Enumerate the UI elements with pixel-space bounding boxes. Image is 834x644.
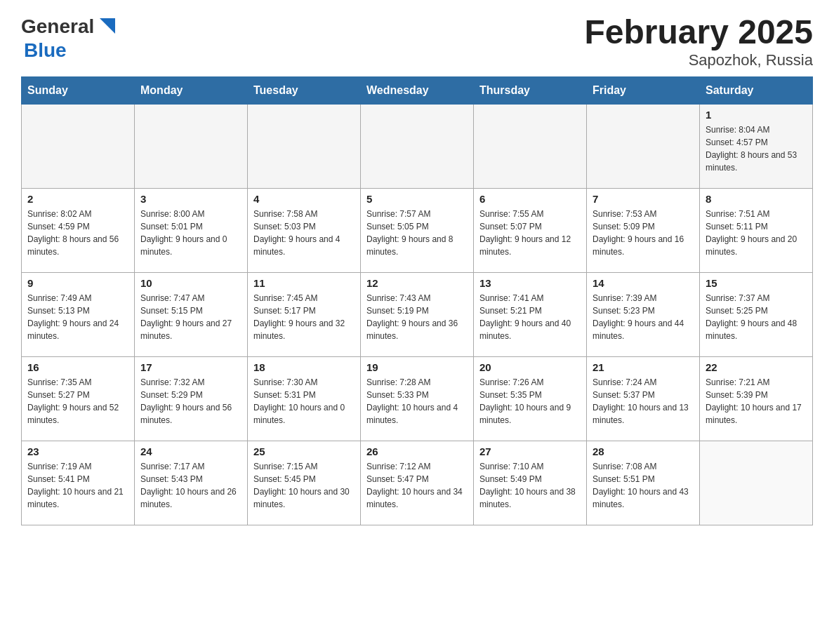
day-number: 14 — [593, 277, 694, 289]
day-number: 20 — [479, 361, 581, 373]
calendar-cell: 19Sunrise: 7:28 AMSunset: 5:33 PMDayligh… — [361, 356, 474, 441]
calendar-cell: 11Sunrise: 7:45 AMSunset: 5:17 PMDayligh… — [248, 272, 361, 356]
svg-marker-0 — [100, 18, 115, 34]
day-number: 10 — [140, 277, 241, 289]
calendar-cell: 16Sunrise: 7:35 AMSunset: 5:27 PMDayligh… — [22, 356, 135, 441]
day-info: Sunrise: 8:02 AMSunset: 4:59 PMDaylight:… — [27, 208, 128, 258]
day-number: 22 — [706, 361, 807, 373]
calendar-week-1: 1Sunrise: 8:04 AMSunset: 4:57 PMDaylight… — [22, 104, 813, 188]
location-text: Sapozhok, Russia — [584, 51, 813, 69]
calendar-cell: 24Sunrise: 7:17 AMSunset: 5:43 PMDayligh… — [135, 441, 248, 525]
title-section: February 2025 Sapozhok, Russia — [584, 14, 813, 69]
day-number: 13 — [479, 277, 581, 289]
month-title: February 2025 — [584, 14, 813, 51]
day-info: Sunrise: 8:04 AMSunset: 4:57 PMDaylight:… — [706, 123, 807, 174]
calendar-cell: 27Sunrise: 7:10 AMSunset: 5:49 PMDayligh… — [474, 441, 587, 525]
day-info: Sunrise: 7:35 AMSunset: 5:27 PMDaylight:… — [27, 376, 128, 427]
weekday-header-row: SundayMondayTuesdayWednesdayThursdayFrid… — [22, 76, 813, 104]
day-number: 8 — [706, 193, 807, 205]
logo: General Blue — [21, 14, 119, 62]
calendar-cell: 9Sunrise: 7:49 AMSunset: 5:13 PMDaylight… — [22, 272, 135, 356]
day-number: 1 — [706, 109, 807, 121]
calendar-cell: 6Sunrise: 7:55 AMSunset: 5:07 PMDaylight… — [474, 188, 587, 272]
calendar-cell: 12Sunrise: 7:43 AMSunset: 5:19 PMDayligh… — [361, 272, 474, 356]
day-number: 16 — [27, 361, 128, 373]
day-info: Sunrise: 7:12 AMSunset: 5:47 PMDaylight:… — [366, 460, 468, 511]
weekday-header-monday: Monday — [135, 76, 248, 104]
weekday-header-tuesday: Tuesday — [248, 76, 361, 104]
day-info: Sunrise: 7:10 AMSunset: 5:49 PMDaylight:… — [479, 460, 581, 511]
day-info: Sunrise: 7:49 AMSunset: 5:13 PMDaylight:… — [27, 292, 128, 342]
day-info: Sunrise: 7:08 AMSunset: 5:51 PMDaylight:… — [593, 460, 694, 511]
calendar-week-3: 9Sunrise: 7:49 AMSunset: 5:13 PMDaylight… — [22, 272, 813, 356]
calendar-cell — [22, 104, 135, 188]
day-number: 9 — [27, 277, 128, 289]
day-info: Sunrise: 7:26 AMSunset: 5:35 PMDaylight:… — [479, 376, 581, 427]
calendar-cell — [587, 104, 700, 188]
day-number: 27 — [479, 445, 581, 457]
calendar-cell: 1Sunrise: 8:04 AMSunset: 4:57 PMDaylight… — [700, 104, 813, 188]
day-info: Sunrise: 7:57 AMSunset: 5:05 PMDaylight:… — [366, 208, 468, 258]
calendar-cell: 4Sunrise: 7:58 AMSunset: 5:03 PMDaylight… — [248, 188, 361, 272]
day-info: Sunrise: 7:32 AMSunset: 5:29 PMDaylight:… — [140, 376, 241, 427]
day-number: 17 — [140, 361, 241, 373]
calendar-cell: 2Sunrise: 8:02 AMSunset: 4:59 PMDaylight… — [22, 188, 135, 272]
day-info: Sunrise: 7:30 AMSunset: 5:31 PMDaylight:… — [253, 376, 355, 427]
day-info: Sunrise: 7:51 AMSunset: 5:11 PMDaylight:… — [706, 208, 807, 258]
weekday-header-sunday: Sunday — [22, 76, 135, 104]
calendar-cell: 26Sunrise: 7:12 AMSunset: 5:47 PMDayligh… — [361, 441, 474, 525]
day-info: Sunrise: 7:15 AMSunset: 5:45 PMDaylight:… — [253, 460, 355, 511]
calendar-cell: 15Sunrise: 7:37 AMSunset: 5:25 PMDayligh… — [700, 272, 813, 356]
day-number: 5 — [366, 193, 468, 205]
day-number: 4 — [253, 193, 355, 205]
calendar-week-5: 23Sunrise: 7:19 AMSunset: 5:41 PMDayligh… — [22, 441, 813, 525]
day-info: Sunrise: 7:37 AMSunset: 5:25 PMDaylight:… — [706, 292, 807, 342]
day-number: 19 — [366, 361, 468, 373]
calendar-week-2: 2Sunrise: 8:02 AMSunset: 4:59 PMDaylight… — [22, 188, 813, 272]
calendar-cell — [361, 104, 474, 188]
calendar-cell — [135, 104, 248, 188]
logo-general-text: General — [21, 15, 94, 38]
day-number: 25 — [253, 445, 355, 457]
day-number: 24 — [140, 445, 241, 457]
weekday-header-thursday: Thursday — [474, 76, 587, 104]
calendar-cell: 22Sunrise: 7:21 AMSunset: 5:39 PMDayligh… — [700, 356, 813, 441]
calendar-cell: 17Sunrise: 7:32 AMSunset: 5:29 PMDayligh… — [135, 356, 248, 441]
day-number: 26 — [366, 445, 468, 457]
day-number: 7 — [593, 193, 694, 205]
day-number: 12 — [366, 277, 468, 289]
calendar-table: SundayMondayTuesdayWednesdayThursdayFrid… — [21, 76, 813, 525]
calendar-cell: 5Sunrise: 7:57 AMSunset: 5:05 PMDaylight… — [361, 188, 474, 272]
day-info: Sunrise: 7:55 AMSunset: 5:07 PMDaylight:… — [479, 208, 581, 258]
day-number: 6 — [479, 193, 581, 205]
day-info: Sunrise: 7:21 AMSunset: 5:39 PMDaylight:… — [706, 376, 807, 427]
day-number: 3 — [140, 193, 241, 205]
day-info: Sunrise: 7:45 AMSunset: 5:17 PMDaylight:… — [253, 292, 355, 342]
logo-triangle-icon — [94, 14, 119, 39]
calendar-cell: 3Sunrise: 8:00 AMSunset: 5:01 PMDaylight… — [135, 188, 248, 272]
calendar-cell: 8Sunrise: 7:51 AMSunset: 5:11 PMDaylight… — [700, 188, 813, 272]
day-number: 23 — [27, 445, 128, 457]
calendar-cell: 28Sunrise: 7:08 AMSunset: 5:51 PMDayligh… — [587, 441, 700, 525]
calendar-week-4: 16Sunrise: 7:35 AMSunset: 5:27 PMDayligh… — [22, 356, 813, 441]
calendar-cell: 7Sunrise: 7:53 AMSunset: 5:09 PMDaylight… — [587, 188, 700, 272]
calendar-cell: 18Sunrise: 7:30 AMSunset: 5:31 PMDayligh… — [248, 356, 361, 441]
weekday-header-friday: Friday — [587, 76, 700, 104]
calendar-cell — [700, 441, 813, 525]
day-info: Sunrise: 7:47 AMSunset: 5:15 PMDaylight:… — [140, 292, 241, 342]
day-number: 28 — [593, 445, 694, 457]
day-info: Sunrise: 7:58 AMSunset: 5:03 PMDaylight:… — [253, 208, 355, 258]
logo-blue-text: Blue — [24, 39, 67, 62]
calendar-cell: 13Sunrise: 7:41 AMSunset: 5:21 PMDayligh… — [474, 272, 587, 356]
day-number: 21 — [593, 361, 694, 373]
day-number: 18 — [253, 361, 355, 373]
calendar-cell — [248, 104, 361, 188]
day-number: 15 — [706, 277, 807, 289]
day-number: 2 — [27, 193, 128, 205]
calendar-cell: 25Sunrise: 7:15 AMSunset: 5:45 PMDayligh… — [248, 441, 361, 525]
day-info: Sunrise: 7:39 AMSunset: 5:23 PMDaylight:… — [593, 292, 694, 342]
page-header: General Blue February 2025 Sapozhok, Rus… — [21, 14, 813, 69]
day-number: 11 — [253, 277, 355, 289]
calendar-cell: 23Sunrise: 7:19 AMSunset: 5:41 PMDayligh… — [22, 441, 135, 525]
day-info: Sunrise: 7:17 AMSunset: 5:43 PMDaylight:… — [140, 460, 241, 511]
